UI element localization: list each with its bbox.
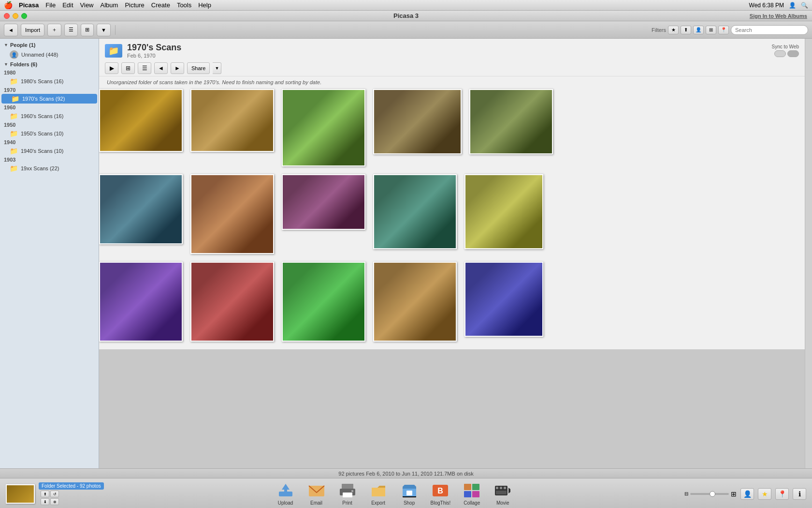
star-button[interactable]: ★ (758, 488, 771, 500)
menu-edit[interactable]: Edit (62, 1, 73, 9)
add-button[interactable]: ＋ (47, 24, 61, 36)
minimize-button[interactable] (13, 13, 18, 19)
location-button[interactable]: 📍 (775, 488, 789, 500)
photo-thumb-14[interactable] (373, 262, 457, 342)
photo-cell-10[interactable] (464, 174, 543, 254)
photo-cell-8[interactable] (282, 174, 365, 254)
photo-thumb-5[interactable] (469, 89, 553, 154)
sidebar-item-1940s[interactable]: 📁 1940's Scans (10) (0, 146, 99, 156)
photo-thumb-11[interactable] (99, 262, 183, 342)
sidebar-item-unnamed[interactable]: 👤 Unnamed (448) (0, 49, 99, 60)
folder-icon-1950s: 📁 (10, 130, 18, 137)
photo-thumb-8[interactable] (282, 174, 365, 230)
nav-btn-1[interactable]: ⬆ (41, 491, 49, 497)
view-toggle-button[interactable]: ☰ (138, 62, 151, 74)
people-tag-button[interactable]: 👤 (740, 488, 754, 500)
bottom-tool-movie[interactable]: Movie (493, 482, 512, 506)
sync-toggle-on[interactable] (787, 50, 799, 57)
next-photo-button[interactable]: ► (171, 62, 184, 74)
photo-thumb-13[interactable] (282, 262, 365, 342)
sort-button[interactable]: ▼ (97, 24, 111, 36)
sidebar-item-19xx[interactable]: 📁 19xx Scans (22) (0, 164, 99, 173)
photo-cell-5[interactable] (469, 89, 553, 166)
photo-thumb-15[interactable] (464, 262, 543, 337)
photo-cell-9[interactable] (373, 174, 457, 254)
filter-layout[interactable]: ⊞ (706, 26, 716, 34)
thumbnail-preview[interactable] (6, 484, 35, 504)
filter-star[interactable]: ★ (668, 26, 679, 34)
photo-thumb-4[interactable] (373, 89, 462, 154)
photo-thumb-7[interactable] (190, 174, 274, 254)
bottom-tool-shop[interactable]: Shop (400, 482, 419, 506)
info-button[interactable]: ℹ (793, 488, 806, 500)
menu-file[interactable]: File (45, 1, 56, 9)
close-button[interactable] (4, 13, 10, 19)
photo-cell-11[interactable] (99, 262, 183, 342)
folders-section-header[interactable]: ▼ Folders (6) (0, 60, 99, 69)
photo-cell-15[interactable] (464, 262, 543, 342)
vertical-scrollbar[interactable] (805, 39, 812, 468)
photo-cell-4[interactable] (373, 89, 462, 166)
photo-cell-14[interactable] (373, 262, 457, 342)
grid-view-button[interactable]: ⊞ (81, 24, 94, 36)
menu-view[interactable]: View (80, 1, 94, 9)
menu-picasa[interactable]: Picasa (19, 1, 39, 9)
filter-person[interactable]: 👤 (693, 26, 704, 34)
slideshow-button[interactable]: ⊞ (121, 62, 135, 74)
filter-geo[interactable]: 📍 (718, 26, 729, 34)
year-1950: 1950 (0, 121, 99, 129)
back-button[interactable]: ◄ (4, 24, 18, 36)
photo-cell-6[interactable] (99, 174, 183, 254)
sidebar-item-1970s[interactable]: 📁 1970's Scans (92) (1, 94, 97, 104)
nav-btn-2[interactable]: ↺ (50, 491, 59, 497)
bottom-tool-email[interactable]: Email (307, 482, 326, 506)
sidebar-item-1950s[interactable]: 📁 1950's Scans (10) (0, 129, 99, 138)
menu-picture[interactable]: Picture (125, 1, 144, 9)
play-button[interactable]: ▶ (105, 62, 118, 74)
bottom-tool-blogthat[interactable]: B BlogThis! (431, 482, 451, 506)
filter-upload[interactable]: ⬆ (681, 26, 691, 34)
folders-label: Folders (6) (10, 61, 37, 67)
photo-thumb-9[interactable] (373, 174, 457, 249)
bottom-tool-upload[interactable]: Upload (276, 482, 295, 506)
apple-menu[interactable]: 🍎 (4, 1, 13, 10)
photo-cell-7[interactable] (190, 174, 274, 254)
sidebar-item-1960s[interactable]: 📁 1960's Scans (16) (0, 111, 99, 121)
share-dropdown[interactable]: ▼ (213, 62, 221, 74)
photo-cell-2[interactable] (190, 89, 274, 166)
nav-btn-4[interactable]: ⊕ (50, 498, 59, 505)
content-scroll-area[interactable]: 📁 1970's Scans Feb 6, 1970 Sync to Web (99, 39, 805, 468)
search-icon[interactable]: 🔍 (801, 2, 808, 9)
folder-selected-badge[interactable]: Folder Selected - 92 photos (39, 482, 104, 490)
photo-thumb-6[interactable] (99, 174, 183, 244)
prev-photo-button[interactable]: ◄ (154, 62, 168, 74)
photo-cell-12[interactable] (190, 262, 274, 342)
photo-thumb-2[interactable] (190, 89, 274, 152)
size-slider-handle[interactable] (710, 491, 715, 497)
photo-thumb-12[interactable] (190, 262, 274, 342)
sign-in-link[interactable]: Sign In to Web Albums (750, 13, 807, 19)
search-input[interactable] (731, 25, 808, 35)
sync-toggle-off[interactable] (774, 50, 786, 57)
menu-create[interactable]: Create (151, 1, 170, 9)
photo-thumb-3[interactable] (282, 89, 365, 166)
import-button[interactable]: Import (21, 24, 44, 36)
photo-cell-13[interactable] (282, 262, 365, 342)
photo-cell-1[interactable] (99, 89, 183, 166)
sidebar-item-1980s[interactable]: 📁 1980's Scans (16) (0, 76, 99, 86)
maximize-button[interactable] (21, 13, 27, 19)
menu-help[interactable]: Help (198, 1, 211, 9)
size-slider-track[interactable] (690, 493, 729, 495)
bottom-tool-export[interactable]: Export (369, 482, 388, 506)
photo-thumb-1[interactable] (99, 89, 183, 152)
bottom-tool-print[interactable]: Print (338, 482, 357, 506)
photo-cell-3[interactable] (282, 89, 365, 166)
menu-album[interactable]: Album (101, 1, 118, 9)
photo-thumb-10[interactable] (464, 174, 543, 249)
bottom-tool-collage[interactable]: Collage (462, 482, 481, 506)
people-section-header[interactable]: ▼ People (1) (0, 41, 99, 49)
share-button[interactable]: Share (187, 62, 210, 74)
list-view-button[interactable]: ☰ (64, 24, 78, 36)
menu-tools[interactable]: Tools (177, 1, 191, 9)
nav-btn-3[interactable]: ⬇ (41, 498, 49, 505)
